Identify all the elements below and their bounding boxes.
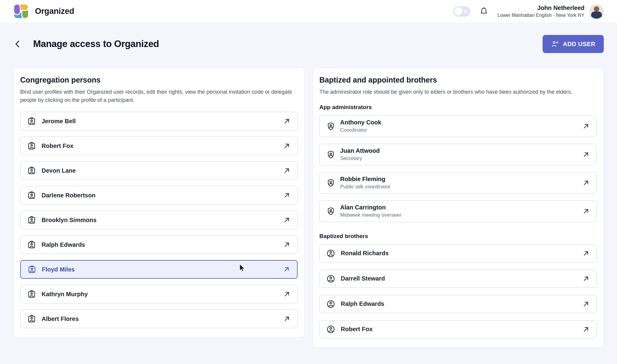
- congregation-person-row[interactable]: Floyd Miles: [20, 260, 298, 279]
- open-profile-arrow-icon: [582, 249, 590, 257]
- baptized-brother-row[interactable]: Ronald Richards: [319, 244, 597, 262]
- badge-account-icon: [27, 314, 36, 323]
- administrator-row[interactable]: Alan Carrington Midweek meeting overseer: [319, 200, 597, 222]
- administrator-name: Anthony Cook: [340, 119, 381, 126]
- badge-account-icon: [27, 191, 36, 200]
- appointed-panel-title: Baptized and appointed brothers: [319, 76, 597, 84]
- open-profile-arrow-icon: [283, 241, 291, 249]
- congregation-person-row[interactable]: Darlene Robertson: [20, 186, 298, 205]
- notifications-button[interactable]: [479, 7, 488, 16]
- congregation-panel-title: Congregation persons: [20, 76, 298, 84]
- open-profile-arrow-icon: [283, 315, 291, 323]
- user-block: John Netherleed Lower Manhattan English …: [497, 4, 604, 19]
- congregation-person-row[interactable]: Ralph Edwards: [20, 235, 298, 254]
- badge-account-icon: [27, 240, 36, 249]
- app-logo-icon: [13, 4, 29, 19]
- open-profile-arrow-icon: [283, 167, 291, 174]
- appointed-panel-description: The administrator role should be given o…: [319, 88, 597, 96]
- administrator-name: Juan Attwood: [340, 147, 380, 154]
- brother-name: Darrell Steward: [341, 275, 385, 282]
- administrator-row[interactable]: Juan Attwood Secretary: [319, 144, 597, 165]
- baptized-brother-row[interactable]: Darrell Steward: [319, 270, 597, 288]
- person-name: Kathryn Murphy: [42, 291, 88, 298]
- badge-account-icon: [27, 141, 36, 150]
- bell-icon: [479, 7, 488, 16]
- shield-account-icon: [326, 178, 335, 187]
- baptized-brothers-label: Baptized brothers: [319, 233, 597, 240]
- congregation-person-row[interactable]: Devon Lane: [20, 161, 298, 180]
- theme-toggle[interactable]: [453, 6, 470, 17]
- account-circle-icon: [326, 300, 335, 309]
- person-name: Jerome Bell: [42, 118, 76, 125]
- open-profile-arrow-icon: [582, 300, 590, 308]
- chevron-left-icon: [13, 39, 22, 49]
- open-profile-arrow-icon: [283, 216, 291, 224]
- user-name: John Netherleed: [497, 5, 584, 11]
- open-profile-arrow-icon: [283, 142, 291, 150]
- brother-name: Ronald Richards: [341, 250, 389, 257]
- congregation-persons-list: Jerome Bell Robert Fox Devon Lane Darlen…: [20, 112, 298, 328]
- badge-account-icon: [27, 117, 36, 126]
- baptized-brother-row[interactable]: Ralph Edwards: [319, 295, 597, 313]
- user-congregation: Lower Manhattan English - New York NY: [497, 13, 584, 18]
- open-profile-arrow-icon: [582, 151, 590, 158]
- toggle-knob: [454, 7, 463, 16]
- congregation-person-row[interactable]: Kathryn Murphy: [20, 285, 298, 303]
- user-avatar[interactable]: [589, 4, 604, 19]
- top-bar: Organized John Netherleed Lower Manhatta…: [0, 0, 617, 23]
- account-circle-icon: [326, 274, 335, 283]
- congregation-panel-description: Bind user profiles with their Organized …: [20, 88, 298, 104]
- badge-account-icon: [27, 290, 36, 299]
- baptized-brother-row[interactable]: Robert Fox: [319, 320, 597, 338]
- open-profile-arrow-icon: [582, 122, 590, 130]
- add-user-button[interactable]: ADD USER: [543, 35, 604, 53]
- person-name: Albert Flores: [42, 315, 79, 322]
- administrator-role: Secretary: [340, 155, 380, 162]
- person-name: Floyd Miles: [42, 266, 75, 273]
- open-profile-arrow-icon: [283, 265, 290, 273]
- open-profile-arrow-icon: [283, 191, 291, 199]
- brother-name: Robert Fox: [341, 326, 373, 333]
- person-name: Brooklyn Simmons: [42, 217, 96, 224]
- open-profile-arrow-icon: [283, 117, 291, 125]
- congregation-person-row[interactable]: Albert Flores: [20, 309, 298, 328]
- congregation-person-row[interactable]: Brooklyn Simmons: [20, 211, 298, 229]
- open-profile-arrow-icon: [582, 325, 590, 333]
- add-user-label: ADD USER: [563, 41, 595, 48]
- congregation-person-row[interactable]: Jerome Bell: [20, 112, 298, 130]
- open-profile-arrow-icon: [283, 290, 291, 298]
- app-administrators-list: Anthony Cook Coordinator Juan Attwood Se…: [319, 115, 597, 222]
- account-circle-icon: [326, 325, 335, 334]
- shield-account-icon: [326, 122, 335, 131]
- badge-account-icon: [27, 215, 36, 224]
- appointed-brothers-panel: Baptized and appointed brothers The admi…: [312, 67, 604, 348]
- page-title: Manage access to Organized: [33, 39, 159, 49]
- brother-name: Ralph Edwards: [341, 300, 384, 307]
- person-plus-icon: [551, 40, 559, 48]
- administrator-row[interactable]: Anthony Cook Coordinator: [319, 115, 597, 137]
- administrator-role: Midweek meeting overseer: [340, 212, 401, 218]
- person-name: Robert Fox: [42, 143, 74, 149]
- open-profile-arrow-icon: [582, 207, 590, 215]
- shield-account-icon: [326, 207, 335, 216]
- administrator-name: Robbie Fleming: [340, 176, 390, 183]
- administrator-row[interactable]: Robbie Fleming Public talk coordinator: [319, 172, 597, 194]
- open-profile-arrow-icon: [582, 275, 590, 283]
- baptized-brothers-list: Ronald Richards Darrell Steward Ralph Ed…: [319, 244, 597, 338]
- administrator-name: Alan Carrington: [340, 204, 401, 211]
- congregation-person-row[interactable]: Robert Fox: [20, 136, 298, 155]
- person-name: Ralph Edwards: [42, 241, 85, 248]
- back-button[interactable]: [13, 39, 22, 49]
- sun-icon: [463, 9, 468, 14]
- app-title: Organized: [35, 7, 74, 16]
- shield-account-icon: [326, 150, 335, 159]
- administrator-role: Coordinator: [340, 127, 381, 133]
- person-name: Darlene Robertson: [42, 192, 96, 199]
- app-administrators-label: App administrators: [319, 104, 597, 111]
- person-name: Devon Lane: [42, 167, 76, 174]
- administrator-role: Public talk coordinator: [340, 184, 390, 190]
- account-circle-icon: [326, 249, 335, 258]
- badge-account-icon: [27, 166, 36, 175]
- badge-account-icon: [27, 265, 36, 274]
- open-profile-arrow-icon: [582, 179, 590, 187]
